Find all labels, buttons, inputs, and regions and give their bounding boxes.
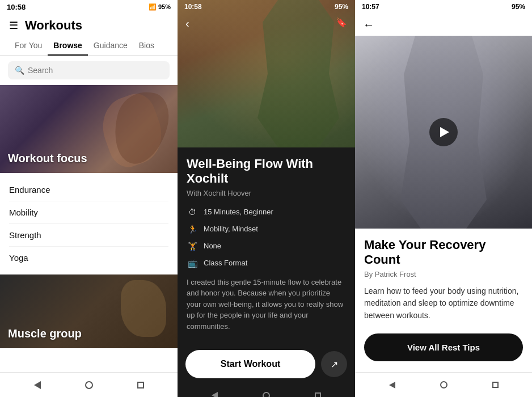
equipment-icon: 🏋 <box>187 240 198 252</box>
muscle-group-card[interactable]: Muscle group <box>0 274 178 348</box>
p3-content-area: Make Your Recovery Count By Patrick Fros… <box>355 229 532 366</box>
home-nav-btn[interactable] <box>83 379 95 391</box>
p2-meta-type-text: Mobility, Mindset <box>204 225 258 233</box>
p2-meta-type: 🏃 Mobility, Mindset <box>187 223 346 235</box>
back-nav-p2[interactable] <box>212 392 218 397</box>
p3-hero-video[interactable] <box>355 36 532 229</box>
bottom-nav-p1 <box>0 372 178 397</box>
p3-article-description: Learn how to feed your body using nutrit… <box>364 285 523 322</box>
back-nav-btn[interactable] <box>31 379 44 391</box>
p2-meta-equipment-text: None <box>204 242 221 250</box>
share-button[interactable]: ↗ <box>321 351 347 377</box>
status-icons-p1: 📶 95% <box>149 3 171 11</box>
p2-action-bar: Start Workout ↗ <box>178 344 355 384</box>
status-bar-p1: 10:58 📶 95% <box>0 0 178 14</box>
hamburger-icon[interactable]: ☰ <box>9 19 18 32</box>
focus-list: Endurance Mobility Strength Yoga <box>0 173 178 274</box>
focus-item-endurance[interactable]: Endurance <box>9 179 168 201</box>
p2-hero-bg <box>178 0 355 147</box>
workout-focus-card[interactable]: Workout focus <box>0 85 178 173</box>
signal-icon: 📶 <box>149 3 157 11</box>
tab-browse[interactable]: Browse <box>48 36 88 56</box>
p2-meta-list: ⏱ 15 Minutes, Beginner 🏃 Mobility, Minds… <box>187 206 346 269</box>
recent-nav-btn[interactable] <box>134 379 147 391</box>
status-icons-p3: 95% <box>512 3 525 11</box>
p2-workout-title: Well-Being Flow With Xochilt <box>187 157 346 187</box>
status-bar-p3: 10:57 95% <box>355 0 532 14</box>
bottom-nav-p3 <box>355 372 532 397</box>
tab-for-you[interactable]: For You <box>9 36 48 56</box>
p2-meta-duration: ⏱ 15 Minutes, Beginner <box>187 206 346 218</box>
p2-content-area: Well-Being Flow With Xochilt With Xochil… <box>178 147 355 344</box>
person-figure-p1 <box>107 86 175 170</box>
duration-icon: ⏱ <box>187 206 198 218</box>
p3-article-title: Make Your Recovery Count <box>364 238 523 268</box>
search-input[interactable] <box>28 66 163 75</box>
home-nav-p3[interactable] <box>440 381 447 388</box>
search-icon: 🔍 <box>15 66 24 75</box>
panel-recovery-article: 10:57 95% ← Make Your Recovery Count By … <box>355 0 532 397</box>
bottom-nav-p2 <box>178 384 355 397</box>
app-header: ☰ Workouts <box>0 14 178 36</box>
person-figure-p2 <box>247 0 349 147</box>
recent-nav-p3[interactable] <box>492 382 499 388</box>
status-icons-p2: 95% <box>335 3 348 11</box>
time-p3: 10:57 <box>362 3 379 11</box>
p2-instructor-name: With Xochilt Hoover <box>187 189 346 197</box>
p2-hero-image: 10:58 95% ‹ 🔖 <box>178 0 355 147</box>
time-p1: 10:58 <box>7 3 26 11</box>
tab-bios[interactable]: Bios <box>133 36 160 56</box>
recent-nav-p2[interactable] <box>315 392 321 397</box>
view-tips-button[interactable]: View All Rest Tips <box>364 333 523 361</box>
tab-guidance[interactable]: Guidance <box>88 36 133 56</box>
battery-p1: 95% <box>158 3 171 10</box>
play-icon <box>440 127 449 137</box>
panel-workouts-browse: 10:58 📶 95% ☰ Workouts For You Browse Gu… <box>0 0 178 397</box>
search-bar[interactable]: 🔍 <box>8 61 170 79</box>
status-bar-p2: 10:58 95% <box>178 0 355 14</box>
p2-meta-duration-text: 15 Minutes, Beginner <box>204 208 273 216</box>
p3-back-button[interactable]: ← <box>363 18 374 31</box>
p2-back-button[interactable]: ‹ <box>185 17 189 30</box>
panel-workout-detail: 10:58 95% ‹ 🔖 Well-Being Flow With Xochi… <box>178 0 355 397</box>
time-p2: 10:58 <box>184 3 202 11</box>
play-button[interactable] <box>429 118 458 146</box>
nav-tabs: For You Browse Guidance Bios <box>0 36 178 56</box>
share-icon: ↗ <box>331 359 338 370</box>
battery-p3: 95% <box>512 3 525 11</box>
p2-meta-format: 📺 Class Format <box>187 257 346 269</box>
p3-author-name: By Patrick Frost <box>364 270 523 278</box>
focus-item-mobility[interactable]: Mobility <box>9 201 168 224</box>
battery-p2: 95% <box>335 3 348 11</box>
p3-top-bar: ← <box>355 14 532 36</box>
app-title: Workouts <box>25 18 82 33</box>
format-icon: 📺 <box>187 257 198 269</box>
focus-item-yoga[interactable]: Yoga <box>9 247 168 269</box>
p2-meta-format-text: Class Format <box>204 259 247 267</box>
muscle-group-label: Muscle group <box>8 327 82 340</box>
home-nav-p2[interactable] <box>263 392 270 397</box>
focus-item-strength[interactable]: Strength <box>9 224 168 247</box>
start-workout-button[interactable]: Start Workout <box>185 350 315 378</box>
p2-bookmark-icon[interactable]: 🔖 <box>336 17 347 28</box>
type-icon: 🏃 <box>187 223 198 235</box>
back-nav-p3[interactable] <box>389 382 395 388</box>
workout-focus-label: Workout focus <box>8 152 87 165</box>
p2-meta-equipment: 🏋 None <box>187 240 346 252</box>
p2-workout-description: I created this gentle 15-minute flow to … <box>187 277 346 332</box>
